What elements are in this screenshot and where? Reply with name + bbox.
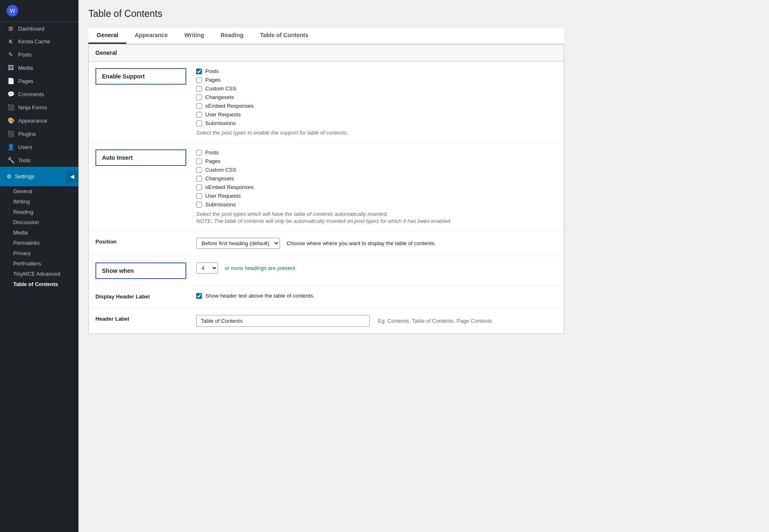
enable-support-row: Enable Support Posts Pages Custom CSS xyxy=(89,61,564,143)
sidebar-item-tools[interactable]: 🔧 Tools xyxy=(0,154,78,167)
position-select[interactable]: Before first heading (default) After fir… xyxy=(196,238,280,249)
checkbox-ai-changesets: Changesets xyxy=(196,175,557,182)
media-icon: 🖼 xyxy=(7,64,15,71)
sidebar-item-pages[interactable]: 📄 Pages xyxy=(0,74,78,87)
checkbox-ai-changesets-label[interactable]: Changesets xyxy=(205,175,234,182)
checkbox-es-oembed-label[interactable]: oEmbed Responses xyxy=(205,103,254,109)
auto-insert-note: NOTE: The table of contents will only be… xyxy=(196,218,557,224)
checkbox-es-custom-css-input[interactable] xyxy=(196,86,202,92)
main-content: Table of Contents General Appearance Wri… xyxy=(78,0,769,532)
dashboard-icon: ⊞ xyxy=(7,25,15,32)
wp-logo-icon: W xyxy=(7,5,18,17)
position-label: Position xyxy=(95,238,186,245)
page-title: Table of Contents xyxy=(88,8,564,19)
tools-icon: 🔧 xyxy=(7,157,15,163)
comments-icon: 💬 xyxy=(7,91,15,97)
auto-insert-row: Auto Insert Posts Pages Custom CSS xyxy=(89,143,564,231)
checkbox-ai-pages: Pages xyxy=(196,158,557,164)
checkbox-es-changesets-label[interactable]: Changesets xyxy=(205,94,234,100)
checkbox-es-pages: Pages xyxy=(196,77,557,83)
header-label-input[interactable] xyxy=(196,315,370,327)
checkbox-ai-user-requests-label[interactable]: User Requests xyxy=(205,193,241,199)
checkbox-ai-changesets-input[interactable] xyxy=(196,176,202,182)
auto-insert-description: Select the post types which will have th… xyxy=(196,211,557,217)
sidebar-item-comments[interactable]: 💬 Comments xyxy=(0,87,78,101)
checkbox-ai-submissions-input[interactable] xyxy=(196,202,202,208)
display-header-label-row: Display Header Label Show header text ab… xyxy=(89,286,564,308)
sidebar-item-dashboard[interactable]: ⊞ Dashboard xyxy=(0,22,78,35)
checkbox-es-user-requests-input[interactable] xyxy=(196,112,202,118)
sidebar-sub-item-writing[interactable]: Writing xyxy=(0,196,78,207)
sidebar-sub-item-reading[interactable]: Reading xyxy=(0,207,78,217)
checkbox-es-posts-label[interactable]: Posts xyxy=(205,68,219,74)
checkbox-es-posts-input[interactable] xyxy=(196,69,202,74)
checkbox-es-custom-css-label[interactable]: Custom CSS xyxy=(205,85,236,92)
toc-nav-reading[interactable]: Reading xyxy=(212,28,252,44)
display-header-checkbox-label[interactable]: Show header text above the table of cont… xyxy=(205,293,315,299)
sidebar-item-kinsta-cache[interactable]: K Kinsta Cache xyxy=(0,35,78,48)
sidebar-item-settings[interactable]: ⚙ Settings ◀ xyxy=(0,167,78,186)
sidebar-item-media[interactable]: 🖼 Media xyxy=(0,61,78,74)
sidebar-item-ninja-forms[interactable]: ⬛ Ninja Forms xyxy=(0,101,78,114)
toc-nav-general[interactable]: General xyxy=(88,28,126,44)
checkbox-es-submissions-label[interactable]: Submissions xyxy=(205,120,236,126)
show-when-label: Show when xyxy=(95,262,186,279)
sidebar-sub-item-discussion[interactable]: Discussion xyxy=(0,217,78,227)
checkbox-es-user-requests-label[interactable]: User Requests xyxy=(205,111,241,118)
display-header-checkbox[interactable] xyxy=(196,293,202,299)
display-header-label-content: Show header text above the table of cont… xyxy=(196,293,557,301)
sidebar-item-appearance[interactable]: 🎨 Appearance xyxy=(0,114,78,127)
display-header-checkbox-row: Show header text above the table of cont… xyxy=(196,293,557,299)
header-label-row: Header Label Eg: Contents, Table of Cont… xyxy=(89,308,564,333)
show-when-select[interactable]: 1 2 3 4 5 6 7 8 9 10 xyxy=(196,262,218,274)
sidebar-sub-item-privacy[interactable]: Privacy xyxy=(0,248,78,258)
show-when-suffix: or more headings are present xyxy=(225,265,295,271)
checkbox-es-oembed-input[interactable] xyxy=(196,103,202,109)
checkbox-es-pages-input[interactable] xyxy=(196,77,202,83)
auto-insert-content: Posts Pages Custom CSS Changesets xyxy=(196,149,557,224)
header-label-content: Eg: Contents, Table of Contents, Page Co… xyxy=(196,315,557,327)
position-inline: Before first heading (default) After fir… xyxy=(196,238,557,249)
checkbox-ai-custom-css-label[interactable]: Custom CSS xyxy=(205,167,236,173)
sidebar-sub-item-toc[interactable]: Table of Contents xyxy=(0,279,78,289)
toc-nav-toc[interactable]: Table of Contents xyxy=(252,28,317,44)
posts-icon: ✎ xyxy=(7,51,15,58)
header-label-inline: Eg: Contents, Table of Contents, Page Co… xyxy=(196,315,557,327)
settings-chevron[interactable]: ◀ xyxy=(66,170,78,183)
checkbox-es-pages-label[interactable]: Pages xyxy=(205,77,221,83)
position-row: Position Before first heading (default) … xyxy=(89,231,564,256)
checkbox-ai-pages-label[interactable]: Pages xyxy=(205,158,221,164)
checkbox-ai-oembed-label[interactable]: oEmbed Responses xyxy=(205,184,254,190)
sidebar-sub-item-general[interactable]: General xyxy=(0,186,78,196)
checkbox-ai-pages-input[interactable] xyxy=(196,158,202,164)
checkbox-es-oembed: oEmbed Responses xyxy=(196,103,557,109)
checkbox-ai-oembed: oEmbed Responses xyxy=(196,184,557,190)
sidebar-sub-item-perfmatters[interactable]: Perfmatters xyxy=(0,258,78,269)
settings-form: General Enable Support Posts Pages Cus xyxy=(88,44,564,334)
show-when-inline: 1 2 3 4 5 6 7 8 9 10 or more headings ar… xyxy=(196,262,557,274)
checkbox-ai-custom-css-input[interactable] xyxy=(196,167,202,173)
sidebar-sub-item-tinymce[interactable]: TinyMCE Advanced xyxy=(0,269,78,279)
position-content: Before first heading (default) After fir… xyxy=(196,238,557,249)
checkbox-ai-user-requests: User Requests xyxy=(196,193,557,199)
section-title: General xyxy=(89,45,564,61)
sidebar-item-users[interactable]: 👤 Users xyxy=(0,140,78,154)
sidebar-sub-item-media[interactable]: Media xyxy=(0,227,78,238)
checkbox-ai-submissions-label[interactable]: Submissions xyxy=(205,201,236,208)
toc-nav-writing[interactable]: Writing xyxy=(176,28,212,44)
checkbox-es-submissions-input[interactable] xyxy=(196,121,202,126)
sidebar-item-posts[interactable]: ✎ Posts xyxy=(0,48,78,61)
checkbox-ai-oembed-input[interactable] xyxy=(196,184,202,190)
sidebar: W ⊞ Dashboard K Kinsta Cache ✎ Posts 🖼 M… xyxy=(0,0,78,532)
checkbox-ai-custom-css: Custom CSS xyxy=(196,167,557,173)
checkbox-ai-user-requests-input[interactable] xyxy=(196,193,202,199)
checkbox-ai-posts-input[interactable] xyxy=(196,150,202,156)
toc-nav-appearance[interactable]: Appearance xyxy=(126,28,176,44)
enable-support-description: Select the post types to enable the supp… xyxy=(196,130,557,136)
checkbox-ai-posts-label[interactable]: Posts xyxy=(205,149,219,156)
checkbox-es-changesets-input[interactable] xyxy=(196,95,202,100)
header-label-hint: Eg: Contents, Table of Contents, Page Co… xyxy=(378,318,492,324)
checkbox-es-changesets: Changesets xyxy=(196,94,557,100)
sidebar-sub-item-permalinks[interactable]: Permalinks xyxy=(0,238,78,248)
sidebar-item-plugins[interactable]: ⬛ Plugins xyxy=(0,127,78,140)
